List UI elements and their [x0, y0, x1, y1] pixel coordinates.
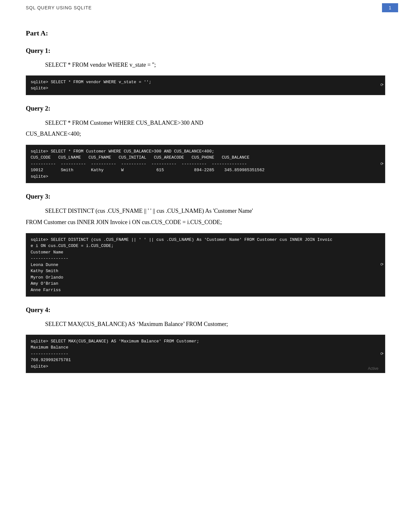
terminal-line: sqlite> SELECT * FROM vendor WHERE v_sta… [31, 79, 380, 85]
query-1-text: SELECT * FROM vendor WHERE v_state = ''; [45, 60, 385, 70]
terminal-line: sqlite> SELECT * FROM Customer WHERE CUS… [31, 148, 380, 155]
terminal-line: Leona Dunne [31, 262, 380, 268]
scroll-indicator: ⟳ [380, 262, 384, 268]
scroll-indicator: ⟳ [380, 351, 384, 357]
query-2-terminal: sqlite> SELECT * FROM Customer WHERE CUS… [26, 145, 385, 183]
query-1-terminal: sqlite> SELECT * FROM vendor WHERE v_sta… [26, 75, 385, 95]
terminal-line: sqlite> [31, 173, 380, 180]
terminal-line: Myron Orlando [31, 274, 380, 281]
header-title: SQL QUERY USING SQLITE [26, 5, 92, 10]
terminal-line: --------------- [31, 351, 380, 357]
terminal-line: 10012 Smith Kathy W 615 894-2285 345.859… [31, 167, 380, 173]
active-badge: Active [368, 366, 378, 371]
query-3-heading: Query 3: [26, 193, 385, 200]
main-content: Part A: Query 1: SELECT * FROM vendor WH… [0, 0, 411, 400]
query-2-heading: Query 2: [26, 105, 385, 112]
query-3-text-part2: FROM Customer cus INNER JOIN Invoice i O… [26, 217, 385, 227]
query-2-text-part1: SELECT * FROM Customer WHERE CUS_BALANCE… [45, 118, 385, 128]
query-3-terminal: sqlite> SELECT DISTINCT (cus .CUS_FNAME … [26, 233, 385, 297]
terminal-line: sqlite> SELECT DISTINCT (cus .CUS_FNAME … [31, 237, 380, 243]
terminal-line: 768.929992675781 [31, 357, 380, 363]
query-4-heading: Query 4: [26, 306, 385, 314]
terminal-line: --------------- [31, 255, 380, 262]
query-4-terminal: sqlite> SELECT MAX(CUS_BALANCE) AS 'Maxi… [26, 335, 385, 373]
query-3-text-part1: SELECT DISTINCT (cus .CUS_FNAME || ' ' |… [45, 206, 385, 216]
page-number: 1 [382, 3, 398, 12]
terminal-line: e i ON cus.CUS_CODE = i.CUS_CODE; [31, 243, 380, 249]
terminal-line: sqlite> [31, 85, 380, 92]
terminal-line: ---------- ---------- ---------- -------… [31, 161, 380, 167]
query-2-text-part2: CUS_BALANCE<400; [26, 129, 385, 139]
terminal-line: Amy O'Brian [31, 281, 380, 287]
query-1-heading: Query 1: [26, 47, 385, 54]
terminal-line: sqlite> SELECT MAX(CUS_BALANCE) AS 'Maxi… [31, 338, 380, 345]
terminal-line: Maximum Balance [31, 344, 380, 351]
terminal-line: Customer Name [31, 249, 380, 256]
scroll-indicator: ⟳ [380, 82, 384, 88]
terminal-line: Anne Farriss [31, 287, 380, 293]
page-header: SQL QUERY USING SQLITE 1 [0, 0, 411, 15]
terminal-line: sqlite> [31, 363, 380, 370]
terminal-line: Kathy Smith [31, 268, 380, 274]
terminal-line: CUS_CODE CUS_LNAME CUS_FNAME CUS_INITIAL… [31, 154, 380, 161]
part-a-heading: Part A: [26, 29, 385, 37]
scroll-indicator: ⟳ [380, 161, 384, 167]
query-4-text: SELECT MAX(CUS_BALANCE) AS ‘Maximum Bala… [45, 320, 385, 329]
